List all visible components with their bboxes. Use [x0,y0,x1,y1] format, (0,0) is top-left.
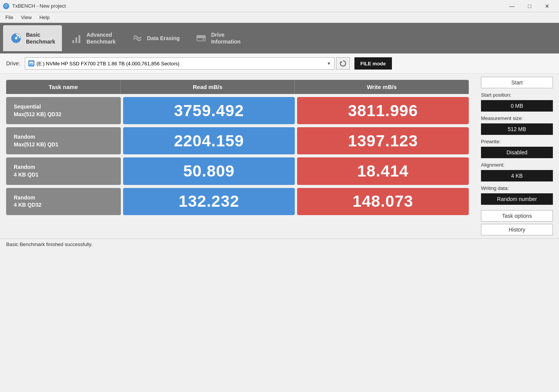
history-button[interactable]: History [481,224,553,235]
start-position-value[interactable]: 0 MB [481,100,553,112]
read-value-1: 2204.159 [123,127,295,154]
tab-drive-information[interactable]: Drive Information [188,25,247,51]
task-name-1: Random Max(512 KB) QD1 [6,127,121,154]
menu-bar: File View Help [0,12,559,23]
drive-dropdown-text: (E:) NVMe HP SSD FX700 2TB 1.86 TB (4,00… [28,60,180,66]
drive-dropdown[interactable]: (E:) NVMe HP SSD FX700 2TB 1.86 TB (4,00… [25,57,335,70]
read-value-0: 3759.492 [123,97,295,124]
start-position-label: Start position: [481,92,553,98]
measurement-size-value[interactable]: 512 MB [481,123,553,135]
drive-select-wrapper: (E:) NVMe HP SSD FX700 2TB 1.86 TB (4,00… [25,57,350,70]
prewrite-label: Prewrite: [481,139,553,144]
file-mode-button[interactable]: FILE mode [354,57,392,70]
svg-rect-3 [72,40,74,43]
read-value-3: 132.232 [123,188,295,215]
menu-view[interactable]: View [17,13,36,22]
measurement-size-label: Measurement size: [481,115,553,121]
write-value-3: 148.073 [297,188,469,215]
task-name-2: Random 4 KB QD1 [6,157,121,185]
read-value-2: 50.809 [123,157,295,185]
data-erasing-label: Data Erasing [147,35,180,42]
advanced-benchmark-icon [70,32,83,44]
drive-bar: Drive: (E:) NVMe HP SSD FX700 2TB 1.86 T… [0,53,559,74]
basic-benchmark-label: Basic Benchmark [26,31,55,45]
prewrite-value[interactable]: Disabled [481,147,553,158]
basic-benchmark-icon [10,32,22,44]
svg-rect-7 [197,36,205,38]
table-header: Task name Read mB/s Write mB/s [6,80,469,94]
svg-rect-10 [29,62,33,63]
svg-point-11 [32,64,32,65]
table-row: Random 4 KB QD1 50.809 18.414 [6,157,469,185]
writing-data-label: Writing data: [481,185,553,191]
alignment-value[interactable]: 4 KB [481,170,553,181]
drive-information-label: Drive Information [211,31,240,45]
advanced-benchmark-label: Advanced Benchmark [86,31,115,45]
window-controls: — □ ✕ [503,0,556,12]
alignment-label: Alignment: [481,162,553,168]
bench-area: Task name Read mB/s Write mB/s Sequentia… [0,74,559,238]
benchmark-table: Task name Read mB/s Write mB/s Sequentia… [6,80,469,215]
write-value-2: 18.414 [297,157,469,185]
close-button[interactable]: ✕ [538,0,556,12]
refresh-button[interactable] [336,57,350,70]
data-erasing-icon [131,32,143,44]
writing-data-value[interactable]: Random number [481,193,553,205]
header-write: Write mB/s [295,80,469,94]
tab-advanced-benchmark[interactable]: Advanced Benchmark [63,25,122,51]
write-value-0: 3811.996 [297,97,469,124]
table-row: Random 4 KB QD32 132.232 148.073 [6,188,469,215]
task-options-button[interactable]: Task options [481,210,553,222]
drive-label: Drive: [6,60,20,66]
title-bar: ⏱ TxBENCH - New project — □ ✕ [0,0,559,12]
toolbar: Basic Benchmark Advanced Benchmark Data … [0,23,559,53]
drive-dropdown-icon [28,60,34,66]
task-name-0: Sequential Max(512 KB) QD32 [6,97,121,124]
task-name-3: Random 4 KB QD32 [6,188,121,215]
status-bar: Basic Benchmark finished successfully. [0,238,559,250]
dropdown-chevron: ▼ [327,61,331,66]
menu-file[interactable]: File [2,13,17,22]
svg-point-8 [203,39,204,40]
left-panel: Task name Read mB/s Write mB/s Sequentia… [0,74,475,238]
window-title: TxBENCH - New project [12,3,503,9]
svg-rect-5 [78,35,80,43]
menu-help[interactable]: Help [36,13,54,22]
table-row: Sequential Max(512 KB) QD32 3759.492 381… [6,97,469,124]
header-task-name: Task name [6,80,121,94]
maximize-button[interactable]: □ [521,0,538,12]
start-button[interactable]: Start [481,77,553,88]
app-icon: ⏱ [3,3,9,9]
drive-info-icon [195,32,207,44]
table-row: Random Max(512 KB) QD1 2204.159 1397.123 [6,127,469,154]
tab-basic-benchmark[interactable]: Basic Benchmark [3,25,62,51]
write-value-1: 1397.123 [297,127,469,154]
minimize-button[interactable]: — [503,0,521,12]
tab-data-erasing[interactable]: Data Erasing [124,25,187,51]
status-text: Basic Benchmark finished successfully. [6,241,93,247]
header-read: Read mB/s [121,80,295,94]
right-panel: Start Start position: 0 MB Measurement s… [475,74,559,238]
svg-rect-4 [75,37,77,43]
